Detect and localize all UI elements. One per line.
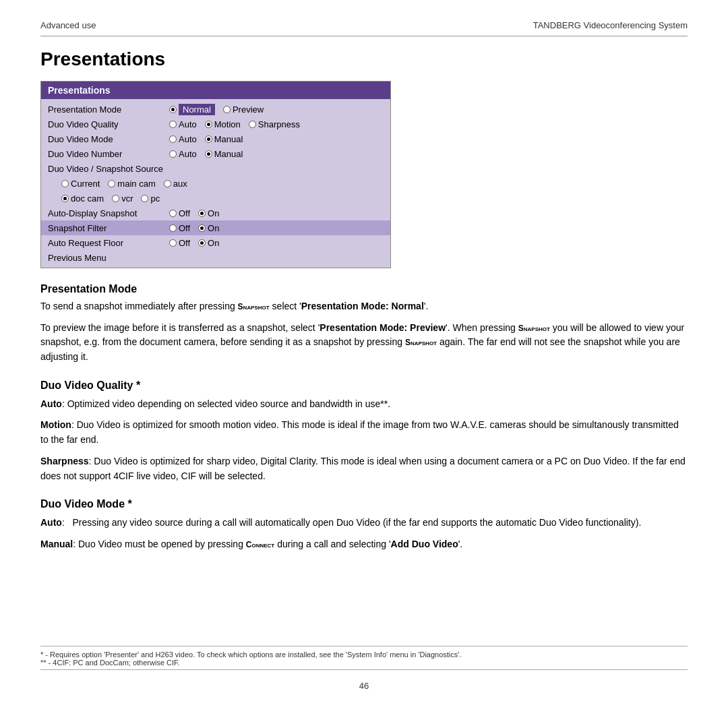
menu-options-duo-video-quality: Auto Motion Sharpness <box>169 119 384 129</box>
menu-label-duo-video-quality: Duo Video Quality <box>48 119 169 129</box>
footnote-1: * - Requires option 'Presenter' and H263… <box>40 650 688 659</box>
bold-dvq-auto: Auto <box>40 398 62 409</box>
radio-ads-off[interactable]: Off <box>169 208 190 218</box>
radio-circle-arf-on <box>198 239 206 247</box>
radio-label-source-pc: pc <box>150 193 160 204</box>
bold-dvm-auto: Auto <box>40 517 62 528</box>
radio-number-auto[interactable]: Auto <box>169 149 197 159</box>
radio-label-quality-motion: Motion <box>214 119 241 129</box>
section-para-pm-2: To preview the image before it is transf… <box>40 321 688 365</box>
bold-dvm-manual: Manual <box>40 539 73 549</box>
radio-label-source-aux: aux <box>173 179 187 189</box>
page-wrapper: Advanced use TANDBERG Videoconferencing … <box>0 0 728 728</box>
radio-circle-source-doccam <box>61 195 69 202</box>
radio-circle-source-current <box>61 180 69 187</box>
menu-label-previous-menu: Previous Menu <box>48 253 169 263</box>
menu-options-source-line1: Current main cam aux <box>61 179 384 189</box>
bold-dvq-sharpness: Sharpness <box>40 456 89 466</box>
bold-pm-normal: Presentation Mode: Normal <box>301 301 424 311</box>
radio-mode-manual[interactable]: Manual <box>205 134 243 144</box>
radio-source-vcr[interactable]: vcr <box>112 193 133 204</box>
menu-label-duo-video-mode: Duo Video Mode <box>48 134 169 144</box>
radio-label-sf-off: Off <box>179 223 190 233</box>
section-para-dvq-motion: Motion: Duo Video is optimized for smoot… <box>40 418 688 447</box>
radio-arf-off[interactable]: Off <box>169 238 190 248</box>
header-left: Advanced use <box>40 20 96 30</box>
smallcaps-snapshot-2: Snapshot <box>518 324 550 333</box>
menu-row-previous-menu[interactable]: Previous Menu <box>41 250 390 265</box>
menu-row-auto-display-snapshot[interactable]: Auto-Display Snapshot Off On <box>41 206 390 220</box>
radio-source-maincam[interactable]: main cam <box>108 179 155 189</box>
menu-row-auto-request-floor[interactable]: Auto Request Floor Off On <box>41 235 390 250</box>
section-title-duo-video-quality: Duo Video Quality * <box>40 380 688 392</box>
bold-dvq-motion: Motion <box>40 419 71 430</box>
radio-label-source-doccam: doc cam <box>71 193 104 204</box>
section-para-pm-1: To send a snapshot immediately after pre… <box>40 299 688 314</box>
radio-circle-normal <box>169 106 177 113</box>
menu-row-duo-video-quality[interactable]: Duo Video Quality Auto Motion Sharpness <box>41 117 390 131</box>
menu-label-auto-display-snapshot: Auto-Display Snapshot <box>48 208 169 218</box>
radio-arf-on[interactable]: On <box>198 238 219 248</box>
menu-options-auto-display-snapshot: Off On <box>169 208 384 218</box>
radio-circle-ads-off <box>169 210 177 217</box>
radio-label-arf-off: Off <box>179 238 190 248</box>
footnotes: * - Requires option 'Presenter' and H263… <box>40 646 688 691</box>
radio-source-current[interactable]: Current <box>61 179 100 189</box>
section-body-duo-video-mode: Auto: Pressing any video source during a… <box>40 516 688 551</box>
section-body-presentation-mode: To send a snapshot immediately after pre… <box>40 299 688 365</box>
section-para-dvm-manual: Manual: Duo Video must be opened by pres… <box>40 537 688 552</box>
radio-circle-quality-auto <box>169 121 177 128</box>
radio-label-sf-on: On <box>208 223 219 233</box>
radio-label-preview: Preview <box>233 104 264 115</box>
radio-mode-auto[interactable]: Auto <box>169 134 197 144</box>
menu-label-snapshot-filter: Snapshot Filter <box>48 223 169 233</box>
section-title-presentation-mode: Presentation Mode <box>40 283 688 295</box>
radio-circle-ads-on <box>198 210 206 217</box>
menu-label-presentation-mode: Presentation Mode <box>48 104 169 115</box>
menu-row-duo-video-number[interactable]: Duo Video Number Auto Manual <box>41 146 390 161</box>
radio-label-number-manual: Manual <box>214 149 243 159</box>
menu-options-presentation-mode: Normal Preview <box>169 104 384 115</box>
radio-preview[interactable]: Preview <box>223 104 264 115</box>
radio-label-mode-auto: Auto <box>179 134 197 144</box>
radio-label-source-vcr: vcr <box>121 193 133 204</box>
menu-options-duo-video-number: Auto Manual <box>169 149 384 159</box>
menu-row-duo-video-mode[interactable]: Duo Video Mode Auto Manual <box>41 131 390 146</box>
radio-label-mode-manual: Manual <box>214 134 243 144</box>
menu-label-auto-request-floor: Auto Request Floor <box>48 238 169 248</box>
section-para-dvq-auto: Auto: Optimized video depending on selec… <box>40 397 688 412</box>
menu-row-source-line2[interactable]: doc cam vcr pc <box>41 191 390 206</box>
header-right: TANDBERG Videoconferencing System <box>533 20 688 30</box>
radio-circle-mode-manual <box>205 135 212 143</box>
menu-options-auto-request-floor: Off On <box>169 238 384 248</box>
radio-source-aux[interactable]: aux <box>164 179 187 189</box>
bold-pm-preview: Presentation Mode: Preview <box>320 322 446 333</box>
menu-row-source-line1[interactable]: Current main cam aux <box>41 176 390 191</box>
radio-circle-source-pc <box>141 195 148 202</box>
menu-title-bar: Presentations <box>41 82 390 99</box>
menu-row-presentation-mode[interactable]: Presentation Mode Normal Preview <box>41 102 390 117</box>
radio-quality-motion[interactable]: Motion <box>205 119 241 129</box>
menu-row-snapshot-filter[interactable]: Snapshot Filter Off On <box>41 220 390 235</box>
radio-source-pc[interactable]: pc <box>141 193 160 204</box>
header-bar: Advanced use TANDBERG Videoconferencing … <box>40 20 688 36</box>
radio-quality-sharpness[interactable]: Sharpness <box>249 119 300 129</box>
radio-number-manual[interactable]: Manual <box>205 149 243 159</box>
radio-circle-quality-sharpness <box>249 121 256 128</box>
radio-quality-auto[interactable]: Auto <box>169 119 197 129</box>
radio-label-quality-auto: Auto <box>179 119 197 129</box>
menu-options-source-line2: doc cam vcr pc <box>61 193 384 204</box>
smallcaps-connect: Connect <box>246 540 274 549</box>
menu-label-snapshot-source: Duo Video / Snapshot Source <box>48 164 169 174</box>
radio-circle-preview <box>223 106 231 113</box>
radio-circle-number-auto <box>169 150 177 158</box>
footnote-2: ** - 4CIF: PC and DocCam; otherwise CIF. <box>40 659 688 667</box>
radio-ads-on[interactable]: On <box>198 208 219 218</box>
radio-normal[interactable]: Normal <box>169 104 215 115</box>
smallcaps-snapshot-1: Snapshot <box>238 302 270 311</box>
radio-label-source-current: Current <box>71 179 100 189</box>
radio-sf-off[interactable]: Off <box>169 223 190 233</box>
radio-circle-sf-on <box>198 224 206 232</box>
radio-sf-on[interactable]: On <box>198 223 219 233</box>
radio-source-doccam[interactable]: doc cam <box>61 193 104 204</box>
